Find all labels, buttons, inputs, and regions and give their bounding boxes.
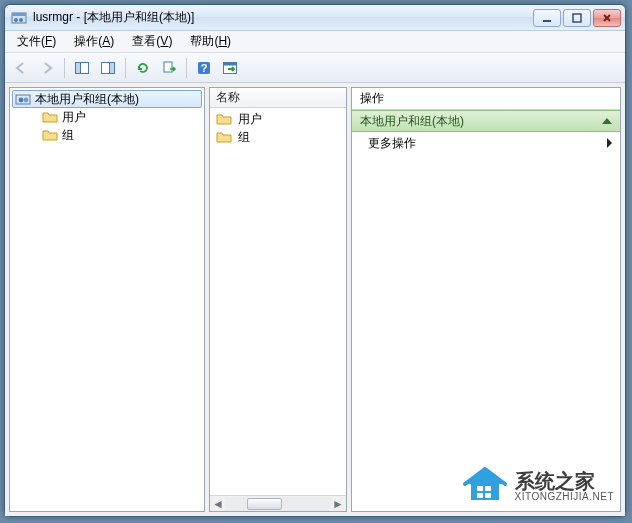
toolbar-separator xyxy=(125,58,126,78)
tree-panel-icon xyxy=(74,60,90,76)
tree-pane: 本地用户和组(本地) 用户 xyxy=(9,87,205,512)
list-item-label: 组 xyxy=(238,129,250,146)
app-icon xyxy=(11,10,27,26)
arrow-left-icon xyxy=(13,60,29,76)
svg-rect-5 xyxy=(573,14,581,22)
list-item[interactable]: 用户 xyxy=(212,110,344,128)
svg-rect-16 xyxy=(224,62,237,65)
refresh-button[interactable] xyxy=(131,56,155,80)
toolbar: ? xyxy=(5,53,625,83)
svg-rect-22 xyxy=(477,493,483,498)
scroll-left-icon[interactable]: ◄ xyxy=(210,496,226,512)
tree-node-users[interactable]: 用户 xyxy=(40,108,202,126)
titlebar[interactable]: lusrmgr - [本地用户和组(本地)] xyxy=(5,5,625,31)
horizontal-scrollbar[interactable]: ◄ ► xyxy=(210,495,346,511)
scrollbar-track[interactable] xyxy=(226,497,330,511)
menu-file[interactable]: 文件(F) xyxy=(9,31,64,52)
collapse-caret-icon xyxy=(602,118,612,124)
folder-icon xyxy=(216,111,232,127)
svg-point-2 xyxy=(14,18,18,22)
svg-rect-20 xyxy=(477,486,483,491)
scroll-right-icon[interactable]: ► xyxy=(330,496,346,512)
svg-point-19 xyxy=(24,98,29,103)
actions-group-header[interactable]: 本地用户和组(本地) xyxy=(352,110,620,132)
tree-node-groups[interactable]: 组 xyxy=(40,126,202,144)
users-groups-icon xyxy=(15,91,31,107)
actions-pane: 操作 本地用户和组(本地) 更多操作 xyxy=(351,87,621,512)
tree-node-label: 用户 xyxy=(62,109,86,126)
svg-rect-21 xyxy=(485,486,491,491)
list-item[interactable]: 组 xyxy=(212,128,344,146)
folder-icon xyxy=(42,109,58,125)
svg-point-3 xyxy=(19,18,23,22)
action-more-actions[interactable]: 更多操作 xyxy=(352,132,620,154)
svg-text:?: ? xyxy=(201,62,208,74)
svg-rect-12 xyxy=(164,62,172,72)
svg-rect-1 xyxy=(12,13,26,16)
menu-help[interactable]: 帮助(H) xyxy=(182,31,239,52)
watermark-title: 系统之家 xyxy=(515,471,615,491)
show-hide-tree-button[interactable] xyxy=(70,56,94,80)
properties-button[interactable] xyxy=(218,56,242,80)
watermark: 系统之家 XITONGZHIJIA.NET xyxy=(463,467,615,505)
tree-root-node[interactable]: 本地用户和组(本地) xyxy=(12,90,202,108)
toolbar-separator xyxy=(186,58,187,78)
house-logo-icon xyxy=(463,467,507,505)
refresh-icon xyxy=(135,60,151,76)
tree-node-label: 组 xyxy=(62,127,74,144)
show-hide-actions-button[interactable] xyxy=(96,56,120,80)
tree-body[interactable]: 本地用户和组(本地) 用户 xyxy=(10,88,204,511)
export-icon xyxy=(161,60,177,76)
menu-action[interactable]: 操作(A) xyxy=(66,31,122,52)
list-item-label: 用户 xyxy=(238,111,262,128)
maximize-button[interactable] xyxy=(563,9,591,27)
folder-icon xyxy=(42,127,58,143)
actions-panel-icon xyxy=(100,60,116,76)
nav-forward-button[interactable] xyxy=(35,56,59,80)
properties-icon xyxy=(222,60,238,76)
help-icon: ? xyxy=(196,60,212,76)
svg-point-18 xyxy=(19,98,24,103)
nav-back-button[interactable] xyxy=(9,56,33,80)
submenu-arrow-icon xyxy=(607,138,612,148)
client-area: 本地用户和组(本地) 用户 xyxy=(5,83,625,516)
watermark-url: XITONGZHIJIA.NET xyxy=(515,491,615,502)
toolbar-separator xyxy=(64,58,65,78)
close-button[interactable] xyxy=(593,9,621,27)
arrow-right-icon xyxy=(39,60,55,76)
list-body[interactable]: 用户 组 xyxy=(210,108,346,511)
svg-rect-9 xyxy=(76,62,81,73)
scrollbar-thumb[interactable] xyxy=(247,498,282,510)
folder-icon xyxy=(216,129,232,145)
list-pane: 名称 用户 组 ◄ ► xyxy=(209,87,347,512)
window-title: lusrmgr - [本地用户和组(本地)] xyxy=(33,9,533,26)
export-list-button[interactable] xyxy=(157,56,181,80)
list-column-header[interactable]: 名称 xyxy=(210,88,346,108)
minimize-button[interactable] xyxy=(533,9,561,27)
mmc-window: lusrmgr - [本地用户和组(本地)] 文件(F) 操作(A) 查看(V)… xyxy=(4,4,626,517)
svg-rect-11 xyxy=(110,62,115,73)
menubar: 文件(F) 操作(A) 查看(V) 帮助(H) xyxy=(5,31,625,53)
tree-root-label: 本地用户和组(本地) xyxy=(35,91,139,108)
actions-pane-title: 操作 xyxy=(352,88,620,110)
menu-view[interactable]: 查看(V) xyxy=(124,31,180,52)
svg-rect-23 xyxy=(485,493,491,498)
help-button[interactable]: ? xyxy=(192,56,216,80)
window-controls xyxy=(533,9,621,27)
